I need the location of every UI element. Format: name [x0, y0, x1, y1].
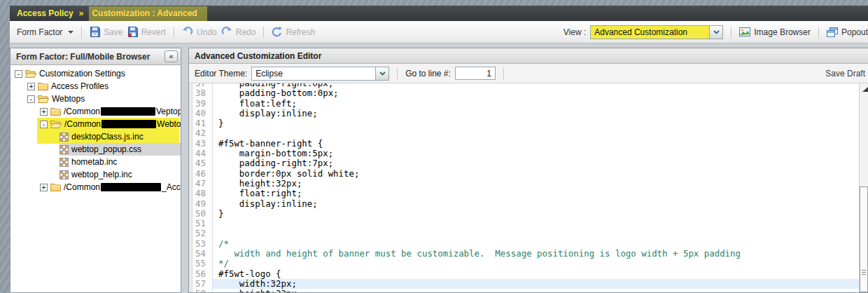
vertical-scrollbar[interactable] [859, 83, 868, 292]
tree-item-desktopclass-js-inc[interactable]: desktopClass.js.inc [10, 130, 181, 143]
collapse-panel-button[interactable]: « [164, 50, 178, 62]
code-line-text [213, 229, 859, 238]
code-line[interactable]: 52 [189, 229, 859, 238]
tree-item-customization-settings[interactable]: - Customization Settings [10, 67, 181, 80]
code-line[interactable]: 49 display:inline; [189, 199, 859, 209]
tree-item-hometab-inc[interactable]: hometab.inc [10, 156, 181, 168]
code-line[interactable]: 47 height:32px; [189, 179, 859, 189]
code-line[interactable]: 57 width:32px; [189, 279, 859, 289]
form-factor-label: Form Factor [17, 27, 62, 37]
tree-item-webtops[interactable]: - Webtops [10, 93, 181, 105]
line-number: 45 [189, 158, 213, 168]
folder-closed-icon [50, 107, 61, 116]
tree-item-access-profiles[interactable]: + Access Profiles [10, 80, 181, 93]
view-select[interactable]: Advanced Customization [590, 25, 723, 39]
tree-item-label: desktopClass.js.inc [71, 132, 144, 142]
code-line[interactable]: 50 } [189, 209, 859, 219]
code-line[interactable]: 42 [189, 128, 859, 138]
code-line-text: border:0px solid white; [213, 169, 859, 179]
folder-open-icon [50, 120, 62, 128]
code-line[interactable]: 38 padding-bottom:0px; [189, 88, 859, 98]
code-line-text: float:right; [213, 189, 859, 198]
expand-plus-icon[interactable]: + [40, 108, 48, 116]
code-line-text: } [213, 118, 859, 128]
line-number: 53 [189, 239, 213, 249]
code-line[interactable]: 53 /* [189, 239, 859, 249]
toolbar-divider [174, 27, 174, 38]
tree-item-label: Access Profiles [51, 81, 108, 91]
line-number: 56 [189, 269, 213, 279]
line-number: 58 [189, 289, 213, 292]
code-line[interactable]: 45 padding-right:7px; [189, 158, 859, 168]
refresh-button[interactable]: Refresh [272, 27, 315, 37]
file-icon [59, 145, 69, 154]
form-factor-dropdown[interactable]: Form Factor [17, 27, 74, 37]
chevron-down-icon[interactable] [709, 26, 722, 39]
code-lines: 37 padding-right:0px; 38 padding-bottom:… [189, 83, 868, 292]
collapse-minus-icon[interactable]: - [40, 121, 48, 128]
redaction-bar [102, 120, 156, 128]
breadcrumb-page-highlighted: Customization : Advanced [89, 6, 206, 21]
expand-plus-icon[interactable]: + [27, 83, 35, 90]
tree-item-webtop-help-inc[interactable]: webtop_help.inc [10, 168, 181, 181]
undo-icon [182, 27, 193, 37]
line-number: 39 [189, 99, 213, 109]
line-number: 54 [189, 249, 213, 259]
line-number: 49 [189, 199, 213, 209]
refresh-icon [272, 27, 282, 37]
code-line[interactable]: 56 #f5wt-logo { [189, 269, 859, 279]
code-line-text [213, 128, 859, 138]
tree-item-label: Customization Settings [39, 69, 125, 79]
goto-line-input[interactable] [455, 67, 496, 80]
code-editor[interactable]: 37 padding-right:0px; 38 padding-bottom:… [189, 83, 868, 292]
code-line[interactable]: 48 float:right; [189, 189, 859, 198]
view-select-value-highlighted: Advanced Customization [591, 26, 709, 39]
editor-theme-select[interactable]: Eclipse [251, 67, 389, 81]
tree-item-common-webtop-2[interactable]: - /CommonWebtop [10, 118, 181, 130]
chevron-down-icon [68, 31, 74, 34]
code-line[interactable]: 41 } [189, 118, 859, 128]
image-icon [739, 27, 750, 36]
tree-item-webtop-popup-css[interactable]: webtop_popup.css [10, 143, 181, 156]
expand-plus-icon[interactable]: + [40, 184, 48, 191]
code-line[interactable]: 54 width and height of banner must be cu… [189, 249, 859, 259]
redo-button[interactable]: Redo [221, 27, 256, 37]
code-line-text: margin-bottom:5px; [213, 149, 859, 158]
collapse-minus-icon[interactable]: - [15, 70, 22, 78]
code-line[interactable]: 46 border:0px solid white; [189, 169, 859, 179]
main-area: Form Factor: Full/Mobile Browser « - Cus… [10, 43, 868, 293]
redo-label: Redo [236, 27, 256, 37]
breadcrumb-section[interactable]: Access Policy [17, 8, 74, 18]
code-line[interactable]: 43 #f5wt-banner-right { [189, 139, 859, 149]
line-number: 52 [189, 229, 213, 238]
chevron-down-icon[interactable] [375, 67, 388, 80]
tree-item-label: /CommonVeptop [64, 107, 181, 116]
undo-button[interactable]: Undo [182, 27, 217, 37]
editor-toolbar: Editor Theme: Eclipse Go to line #: Save… [189, 64, 868, 83]
revert-button[interactable]: Revert [127, 27, 166, 37]
line-number: 40 [189, 109, 213, 118]
line-number: 48 [189, 189, 213, 198]
code-line[interactable]: 51 [189, 219, 859, 229]
code-line[interactable]: 55 */ [189, 259, 859, 268]
code-line[interactable]: 44 margin-bottom:5px; [189, 149, 859, 158]
code-line[interactable]: 39 float:left; [189, 99, 859, 109]
tree-item-common-access-webtop[interactable]: + /Common_Access_W [10, 181, 181, 193]
image-browser-button[interactable]: Image Browser [739, 27, 811, 37]
popout-button[interactable]: Popout [827, 27, 868, 37]
folder-open-icon [25, 69, 36, 78]
code-line[interactable]: 40 display:inline; [189, 109, 859, 118]
save-draft-button[interactable]: Save Draft [825, 69, 865, 79]
tree-item-common-webtop-1[interactable]: + /CommonVeptop [10, 105, 181, 118]
redaction-bar [101, 107, 155, 116]
file-icon [59, 132, 69, 142]
scrollbar-thumb[interactable] [860, 186, 868, 292]
code-line[interactable]: 58 height:32px; [189, 289, 859, 292]
folder-open-icon [38, 95, 49, 103]
toolbar-divider [731, 27, 732, 38]
image-browser-label: Image Browser [754, 27, 811, 37]
code-line-text: #f5wt-logo { [213, 269, 859, 279]
collapse-minus-icon[interactable]: - [27, 95, 35, 103]
save-button[interactable]: Save [90, 27, 122, 37]
tree-item-label: webtop_popup.css [71, 144, 141, 154]
